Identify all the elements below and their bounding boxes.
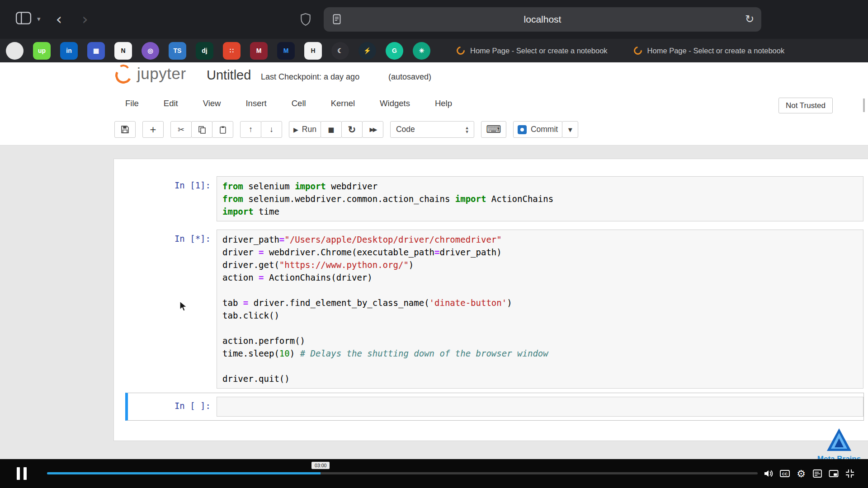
autosave-status: (autosaved) [388,72,431,82]
meta-brains-logo-icon [826,427,852,452]
url-text: localhost [324,14,761,25]
menu-edit[interactable]: Edit [164,99,178,108]
commit-dropdown-button[interactable]: ▾ [562,121,578,138]
transcript-icon[interactable] [812,468,823,479]
reader-icon[interactable] [333,14,341,27]
move-cell-down-button[interactable]: ↓ [261,121,282,138]
typescript-bookmark-icon[interactable]: TS [169,42,186,60]
notebook-title[interactable]: Untitled [207,68,251,83]
mui-bookmark-icon[interactable]: M [277,42,295,60]
favorite-label: Home Page - Select or create a notebook [470,47,608,55]
jupyter-spinner-icon [455,45,466,56]
cell-code-editor[interactable]: driver_path="/Users/apple/Desktop/driver… [217,230,863,389]
pause-button[interactable] [14,467,30,480]
purple-orbit-bookmark-icon[interactable]: ◎ [142,42,159,60]
sidebar-toggle-icon[interactable] [15,11,32,27]
cell-code-editor[interactable] [217,397,863,417]
menu-kernel[interactable]: Kernel [331,99,355,108]
h-docs-bookmark-icon[interactable]: H [304,42,322,60]
bookmarks-list: upin▦N◎TSdj∷MMH☾⚡G✳ [0,42,430,60]
menu-help[interactable]: Help [435,99,452,108]
cell-prompt: In [*]: [128,230,217,389]
screen: ▾ ‹ › localhost ↻ upin▦N◎TSdj∷MMH☾⚡G✳ Ho… [0,0,868,488]
favorite-label: Home Page - Select or create a notebook [647,47,785,55]
linkedin-bookmark-icon[interactable]: in [60,42,78,60]
upwork-bookmark-icon[interactable]: up [33,42,51,60]
forward-button[interactable]: › [82,11,88,27]
exit-fullscreen-icon[interactable] [844,468,855,479]
captions-icon[interactable]: CC [779,468,790,479]
dark-moon-bookmark-icon[interactable]: ☾ [331,42,349,60]
cell-code-editor[interactable]: from selenium import webdriverfrom selen… [217,176,863,221]
settings-gear-icon[interactable]: ⚙ [796,468,807,479]
restart-kernel-button[interactable]: ↻ [341,121,363,138]
svg-text:CC: CC [782,472,788,476]
favorite-home-page-1[interactable]: Home Page - Select or create a notebook [457,47,608,55]
restart-run-all-button[interactable]: ▶▶ [362,121,383,138]
bookmarks-bar: upin▦N◎TSdj∷MMH☾⚡G✳ Home Page - Select o… [0,39,868,62]
back-button[interactable]: ‹ [56,11,62,27]
notebook-page: In [1]:from selenium import webdriverfro… [113,159,868,441]
not-trusted-button[interactable]: Not Trusted [778,98,833,113]
chatgpt-bookmark-icon[interactable]: ✳ [413,42,430,60]
grammarly-bookmark-icon[interactable]: G [386,42,403,60]
menu-bar: File Edit View Insert Cell Kernel Widget… [125,99,452,108]
cell-prompt: In [ ]: [128,397,217,417]
mouse-cursor [179,301,189,314]
notion-bookmark-icon[interactable]: N [114,42,132,60]
interrupt-kernel-button[interactable]: ■ [321,121,342,138]
django-bookmark-icon[interactable]: dj [196,42,213,60]
command-palette-button[interactable]: ⌨ [481,121,506,138]
notebook-toolbar: + ✂ ↑ ↓ ▶ Run ■ ↻ ▶▶ Code [114,121,585,138]
address-bar[interactable]: localhost ↻ [324,7,761,32]
red-grid-bookmark-icon[interactable]: ∷ [223,42,241,60]
move-cell-up-button[interactable]: ↑ [240,121,261,138]
watermark: Meta Brains [812,427,866,464]
jupyter-logo-text: jupyter [137,65,186,84]
menu-widgets[interactable]: Widgets [380,99,410,108]
copy-cell-button[interactable] [191,121,212,138]
volume-icon[interactable] [763,468,774,479]
menu-insert[interactable]: Insert [245,99,266,108]
commit-button[interactable]: Commit [513,121,562,138]
video-time-tooltip: 03:00 [311,462,330,469]
notebook-cell-3[interactable]: In [ ]: [125,393,864,421]
app-grid-bookmark-icon[interactable]: ▦ [87,42,105,60]
reload-icon[interactable]: ↻ [745,13,754,25]
cut-cell-button[interactable]: ✂ [170,121,192,138]
select-carets-icon: ▴▾ [466,126,468,134]
picture-in-picture-icon[interactable] [828,468,839,479]
cell-prompt: In [1]: [128,176,217,221]
run-button[interactable]: ▶ Run [289,121,321,138]
medium-bookmark-icon[interactable]: M [250,42,268,60]
video-progress-bar[interactable]: 03:00 [47,471,758,475]
commit-icon [518,125,527,134]
menu-file[interactable]: File [125,99,139,108]
menu-view[interactable]: View [203,99,221,108]
notebook-cell-2[interactable]: In [*]:driver_path="/Users/apple/Desktop… [125,225,864,393]
favorite-home-page-2[interactable]: Home Page - Select or create a notebook [634,47,785,55]
add-cell-button[interactable]: + [142,121,164,138]
jupyter-spinner-icon [632,45,643,56]
jupyter-logo-icon [114,65,133,84]
play-icon: ▶ [293,126,298,133]
browser-toolbar: ▾ ‹ › localhost ↻ [0,0,868,39]
shield-icon [300,13,311,28]
paste-cell-button[interactable] [212,121,233,138]
video-control-bar: 03:00 CC ⚙ [0,459,868,488]
jupyter-logo[interactable]: jupyter [114,65,186,84]
cell-type-select[interactable]: Code ▴▾ [390,121,474,138]
checkpoint-status: Last Checkpoint: a day ago [261,72,359,82]
video-progress-played [47,472,321,474]
save-button[interactable] [114,121,136,138]
notebook-cell-1[interactable]: In [1]:from selenium import webdriverfro… [125,172,864,225]
menu-cell[interactable]: Cell [292,99,306,108]
chevron-down-icon[interactable]: ▾ [37,15,41,23]
github-bookmark-icon[interactable] [6,42,24,60]
notebook-cells: In [1]:from selenium import webdriverfro… [114,159,868,421]
kernel-indicator-partial [863,99,865,112]
thunder-bookmark-icon[interactable]: ⚡ [359,42,376,60]
